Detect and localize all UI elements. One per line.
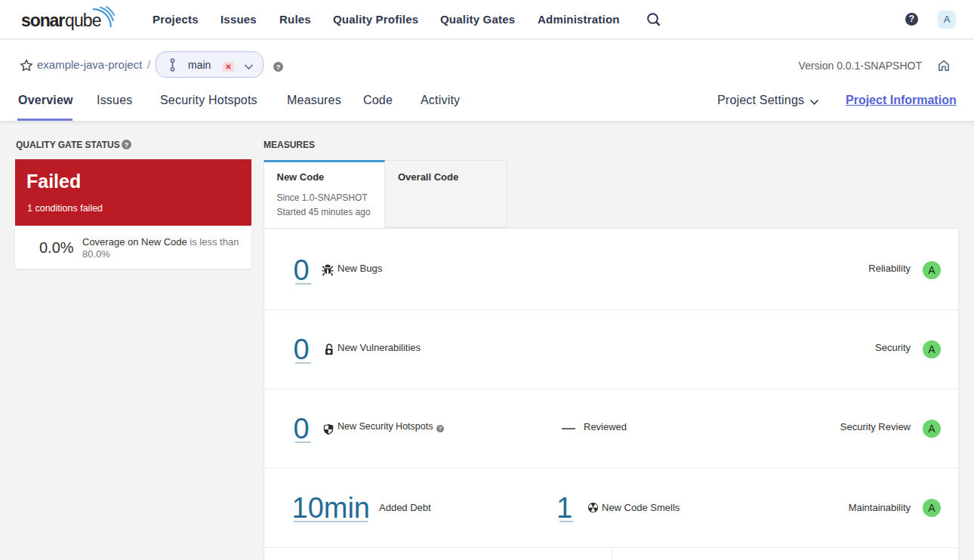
svg-text:sonar: sonar xyxy=(21,11,65,30)
svg-text:qube: qube xyxy=(65,11,101,30)
